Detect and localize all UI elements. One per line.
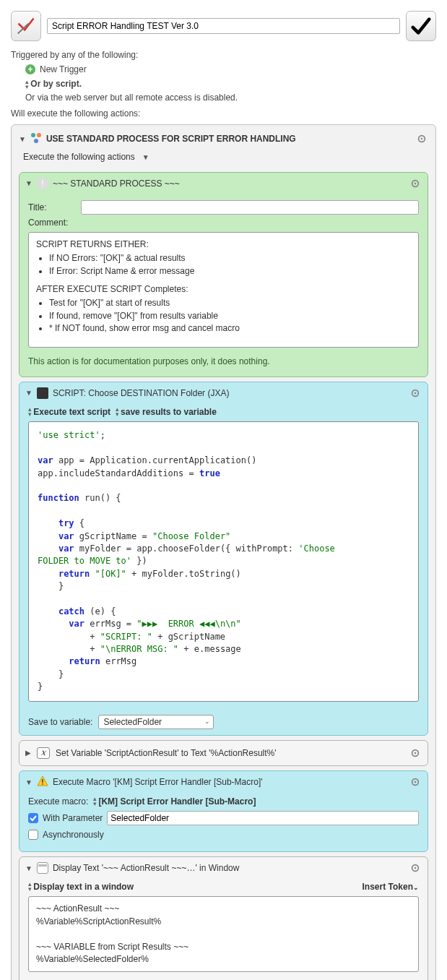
enabled-checkbox[interactable]: [406, 11, 436, 41]
display-text-action: ▼ Display Text '~~~ ActionResult ~~~…' i…: [19, 856, 428, 980]
execute-macro-value[interactable]: [KM] Script Error Handler [Sub-Macro]: [98, 796, 256, 807]
insert-token-button[interactable]: Insert Token⌄: [363, 882, 419, 892]
display-mode[interactable]: Display text in a window: [33, 882, 134, 892]
updown-icon[interactable]: ▴▾: [116, 407, 118, 417]
updown-icon[interactable]: ▴▾: [28, 407, 31, 417]
with-parameter-checkbox[interactable]: [28, 813, 38, 823]
comment-action: ▼ ! ~~~ STANDARD PROCESS ~~~ Title: Comm…: [19, 172, 428, 377]
svg-point-10: [415, 752, 417, 754]
disclosure-icon[interactable]: ▼: [142, 153, 149, 161]
svg-point-4: [421, 138, 423, 140]
svg-point-2: [34, 139, 38, 143]
async-label: Asynchronously: [43, 830, 104, 840]
triggered-by-label: Triggered by any of the following:: [11, 50, 436, 60]
svg-point-6: [415, 183, 417, 185]
updown-icon: ▴▾: [25, 79, 28, 90]
parameter-input[interactable]: [107, 811, 419, 825]
variable-icon: 𝑥: [37, 747, 50, 759]
script-action: ▼ SCRIPT: Choose DESTINATION Folder (JXA…: [19, 382, 428, 736]
execute-following-label: Execute the following actions: [23, 152, 135, 162]
info-icon: !: [37, 178, 48, 189]
script-mode-left[interactable]: Execute text script: [33, 407, 110, 417]
updown-icon[interactable]: ▴▾: [93, 796, 96, 807]
script-icon: [37, 387, 48, 399]
title-field-label: Title:: [28, 202, 75, 212]
window-icon: [37, 862, 48, 874]
disclosure-icon[interactable]: ▶: [25, 749, 31, 757]
disclosure-icon[interactable]: ▼: [25, 778, 32, 786]
gear-icon[interactable]: [409, 747, 422, 760]
svg-rect-16: [38, 867, 47, 872]
disclosure-icon[interactable]: ▼: [25, 179, 32, 187]
disclosure-icon[interactable]: ▼: [25, 389, 32, 397]
execute-macro-title: Execute Macro '[KM] Script Error Handler…: [53, 777, 263, 787]
doc-note: This action is for documentation purpose…: [28, 352, 419, 369]
comment-text[interactable]: SCRIPT RETURNS EITHER: If NO Errors: "[O…: [28, 232, 419, 348]
with-parameter-label: With Parameter: [43, 813, 103, 823]
macro-title-input[interactable]: [47, 18, 400, 34]
display-text-title: Display Text '~~~ ActionResult ~~~…' in …: [53, 863, 240, 873]
async-checkbox[interactable]: [28, 830, 38, 840]
comment-action-title: ~~~ STANDARD PROCESS ~~~: [53, 179, 180, 189]
execute-macro-label: Execute macro:: [28, 796, 88, 807]
disclosure-icon[interactable]: ▼: [25, 864, 32, 872]
or-by-script-row[interactable]: ▴▾ Or by script.: [11, 79, 436, 90]
set-variable-title: Set Variable 'ScriptActionResult' to Tex…: [56, 748, 277, 758]
script-mode-right[interactable]: save results to variable: [121, 407, 217, 417]
svg-rect-15: [38, 864, 47, 867]
warning-icon: [37, 775, 48, 789]
plus-icon: +: [25, 64, 35, 74]
comment-field-label: Comment:: [28, 218, 75, 228]
svg-point-8: [415, 392, 417, 394]
script-editor[interactable]: 'use strict'; var app = Application.curr…: [28, 421, 419, 701]
svg-point-14: [415, 781, 417, 783]
will-execute-label: Will execute the following actions:: [11, 108, 436, 119]
svg-point-0: [31, 133, 35, 137]
save-to-variable-label: Save to variable:: [28, 717, 92, 727]
chevron-down-icon: ⌄: [204, 718, 210, 725]
display-text-content[interactable]: ~~~ ActionResult ~~~ %Variable%ScriptAct…: [28, 896, 419, 972]
macro-icon: [11, 11, 41, 41]
gear-icon[interactable]: [409, 861, 422, 874]
new-trigger-label: New Trigger: [40, 64, 87, 74]
gear-icon[interactable]: [409, 775, 422, 788]
script-action-title: SCRIPT: Choose DESTINATION Folder (JXA): [53, 388, 230, 398]
svg-rect-12: [42, 783, 43, 785]
title-field-input[interactable]: [81, 200, 419, 215]
group-title: USE STANDARD PROCESS FOR SCRIPT ERROR HA…: [46, 134, 296, 144]
disclosure-icon[interactable]: ▼: [19, 135, 26, 143]
svg-point-18: [415, 867, 417, 869]
new-trigger-button[interactable]: + New Trigger: [11, 64, 436, 74]
save-variable-select[interactable]: SelectedFolder ⌄: [98, 715, 214, 729]
web-server-label: Or via the web server but all remote acc…: [11, 93, 436, 103]
gear-icon[interactable]: [409, 387, 422, 400]
svg-rect-11: [42, 779, 43, 783]
svg-point-1: [37, 133, 41, 137]
updown-icon[interactable]: ▴▾: [28, 882, 31, 892]
set-variable-action[interactable]: ▶ 𝑥 Set Variable 'ScriptActionResult' to…: [19, 740, 428, 766]
or-by-script-label: Or by script.: [30, 79, 82, 89]
group-icon: [30, 132, 42, 146]
gear-icon[interactable]: [409, 177, 422, 190]
execute-macro-action: ▼ Execute Macro '[KM] Script Error Handl…: [19, 770, 428, 853]
gear-icon[interactable]: [415, 132, 428, 145]
group-panel: ▼ USE STANDARD PROCESS FOR SCRIPT ERROR …: [11, 124, 436, 980]
